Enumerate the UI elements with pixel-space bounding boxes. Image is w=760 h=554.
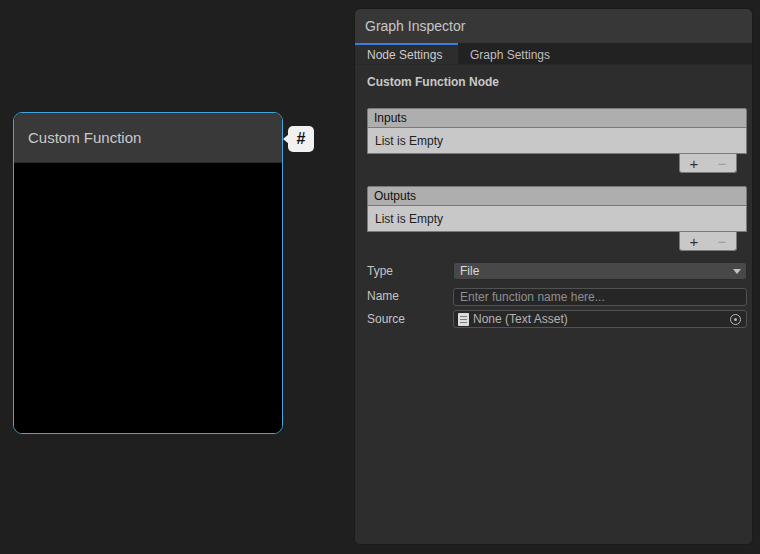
inputs-list-header: Inputs (367, 108, 747, 128)
name-label: Name (367, 287, 399, 305)
chevron-down-icon (733, 269, 741, 274)
outputs-list: Outputs List is Empty + − (367, 186, 747, 251)
outputs-add-button[interactable]: + (690, 234, 699, 249)
node-inspect-badge[interactable]: # (288, 126, 314, 152)
node-body (14, 163, 282, 434)
source-label: Source (367, 310, 405, 328)
outputs-list-header: Outputs (367, 186, 747, 206)
inputs-list-title: Inputs (374, 111, 407, 125)
node-settings-heading: Custom Function Node (367, 75, 499, 89)
inputs-empty-label: List is Empty (375, 134, 443, 148)
source-row: Source None (Text Asset) (367, 310, 747, 328)
outputs-list-title: Outputs (374, 189, 416, 203)
outputs-list-footer: + − (679, 232, 737, 251)
custom-function-node[interactable]: Custom Function (13, 112, 283, 434)
inputs-add-button[interactable]: + (690, 156, 699, 171)
type-dropdown[interactable]: File (453, 262, 747, 280)
tab-bar: Node Settings Graph Settings (355, 43, 752, 65)
type-label: Type (367, 262, 393, 280)
graph-inspector-panel: Graph Inspector Node Settings Graph Sett… (354, 8, 753, 545)
tab-node-settings[interactable]: Node Settings (355, 43, 458, 64)
type-dropdown-value: File (460, 264, 479, 278)
node-title-label: Custom Function (28, 129, 141, 146)
badge-tail (283, 134, 289, 144)
outputs-list-empty-row: List is Empty (367, 206, 747, 232)
function-name-input[interactable] (453, 288, 747, 306)
tab-graph-settings-label: Graph Settings (470, 48, 550, 62)
panel-title: Graph Inspector (365, 18, 465, 34)
panel-header[interactable]: Graph Inspector (355, 9, 752, 43)
tab-node-settings-label: Node Settings (367, 48, 442, 62)
shader-graph-window: { "canvas": { "node": { "title": "Custom… (0, 0, 760, 554)
inputs-list-footer: + − (679, 154, 737, 173)
type-row: Type File (367, 262, 747, 280)
outputs-remove-button[interactable]: − (718, 234, 727, 249)
outputs-empty-label: List is Empty (375, 212, 443, 226)
hash-icon: # (297, 130, 306, 148)
inputs-list-empty-row: List is Empty (367, 128, 747, 154)
tab-graph-settings[interactable]: Graph Settings (458, 43, 561, 64)
text-asset-icon (458, 313, 469, 326)
source-object-field[interactable]: None (Text Asset) (453, 310, 747, 328)
inputs-list: Inputs List is Empty + − (367, 108, 747, 173)
inputs-remove-button[interactable]: − (718, 156, 727, 171)
source-object-value: None (Text Asset) (473, 312, 568, 326)
node-title-bar[interactable]: Custom Function (14, 113, 282, 163)
name-row: Name (367, 287, 747, 305)
object-picker-icon[interactable] (730, 314, 741, 325)
